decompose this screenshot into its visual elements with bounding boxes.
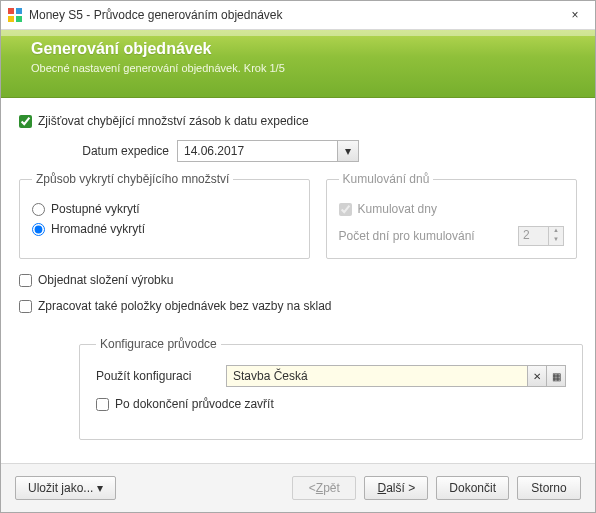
dialog-window: Money S5 - Průvodce generováním objednáv… [0, 0, 596, 513]
zpracovat-row: Zpracovat také položky objednávek bez va… [19, 299, 577, 313]
zpracovat-checkbox[interactable] [19, 300, 32, 313]
cover-method-group: Způsob vykrytí chybějícího množství Post… [19, 172, 310, 259]
back-prefix: < [309, 481, 316, 495]
cancel-button[interactable]: Storno [517, 476, 581, 500]
config-group: Konfigurace průvodce Použít konfiguraci … [79, 337, 583, 440]
expedition-date-dropdown[interactable]: ▾ [337, 141, 358, 161]
wizard-body: Zjišťovat chybějící množství zásob k dat… [1, 98, 595, 463]
cover-postupne-label: Postupné vykrytí [51, 202, 140, 216]
pocet-dni-label: Počet dní pro kumulování [339, 229, 475, 243]
expedition-date-label: Datum expedice [69, 144, 169, 158]
config-browse-button[interactable]: ▦ [546, 366, 565, 386]
close-icon: × [571, 8, 578, 22]
back-button: < Zpět [292, 476, 356, 500]
cancel-label: Storno [531, 481, 566, 495]
config-combo[interactable]: Stavba Česká ✕ ▦ [226, 365, 566, 387]
config-use-row: Použít konfiguraci Stavba Česká ✕ ▦ [96, 365, 566, 387]
spinner-up-icon: ▲ [549, 227, 563, 236]
svg-rect-1 [16, 8, 22, 14]
cover-postupne-radio[interactable] [32, 203, 45, 216]
next-hotkey: D [377, 481, 386, 495]
browse-icon: ▦ [552, 371, 561, 382]
wizard-footer: Uložit jako... ▾ < Zpět Další > Dokončit… [1, 463, 595, 512]
zpracovat-label: Zpracovat také položky objednávek bez va… [38, 299, 332, 313]
config-clear-button[interactable]: ✕ [527, 366, 546, 386]
kumulovat-checkbox [339, 203, 352, 216]
wizard-header: Generování objednávek Obecné nastavení g… [1, 30, 595, 98]
cover-hromadne-label: Hromadné vykrytí [51, 222, 145, 236]
spinner-down-icon: ▼ [549, 236, 563, 245]
kumulovani-legend: Kumulování dnů [339, 172, 434, 186]
close-after-checkbox[interactable] [96, 398, 109, 411]
expedition-date-row: Datum expedice 14.06.2017 ▾ [69, 140, 577, 162]
close-after-label: Po dokončení průvodce zavřít [115, 397, 274, 411]
expedition-date-field[interactable]: 14.06.2017 ▾ [177, 140, 359, 162]
chevron-down-icon: ▾ [345, 144, 351, 158]
back-hotkey: Z [316, 481, 323, 495]
next-rest: alší > [386, 481, 415, 495]
save-as-label: Uložit jako... [28, 481, 93, 495]
objednat-row: Objednat složení výrobku [19, 273, 577, 287]
expedition-date-value: 14.06.2017 [178, 141, 337, 161]
wizard-subtitle: Obecné nastavení generování objednávek. … [31, 62, 575, 74]
close-button[interactable]: × [555, 1, 595, 29]
objednat-label: Objednat složení výrobku [38, 273, 173, 287]
kumulovani-group: Kumulování dnů Kumulovat dny Počet dní p… [326, 172, 577, 259]
svg-rect-0 [8, 8, 14, 14]
chevron-down-icon: ▾ [97, 481, 103, 495]
svg-rect-3 [16, 16, 22, 22]
finish-label: Dokončit [449, 481, 496, 495]
titlebar: Money S5 - Průvodce generováním objednáv… [1, 1, 595, 30]
wizard-title: Generování objednávek [31, 40, 575, 58]
config-use-label: Použít konfiguraci [96, 369, 226, 383]
svg-rect-2 [8, 16, 14, 22]
clear-icon: ✕ [533, 371, 541, 382]
options-columns: Způsob vykrytí chybějícího množství Post… [19, 172, 577, 259]
pocet-dni-spinner: 2 ▲ ▼ [518, 226, 564, 246]
detect-missing-checkbox[interactable] [19, 115, 32, 128]
detect-missing-row: Zjišťovat chybějící množství zásob k dat… [19, 114, 577, 128]
config-combo-value: Stavba Česká [227, 366, 527, 386]
save-as-button[interactable]: Uložit jako... ▾ [15, 476, 116, 500]
cover-method-legend: Způsob vykrytí chybějícího množství [32, 172, 233, 186]
window-title: Money S5 - Průvodce generováním objednáv… [29, 8, 555, 22]
cover-hromadne-radio[interactable] [32, 223, 45, 236]
back-rest: pět [323, 481, 340, 495]
pocet-dni-value: 2 [519, 227, 548, 245]
objednat-checkbox[interactable] [19, 274, 32, 287]
detect-missing-label: Zjišťovat chybějící množství zásob k dat… [38, 114, 309, 128]
finish-button[interactable]: Dokončit [436, 476, 509, 500]
config-legend: Konfigurace průvodce [96, 337, 221, 351]
next-button[interactable]: Další > [364, 476, 428, 500]
kumulovat-label: Kumulovat dny [358, 202, 437, 216]
app-icon [7, 7, 23, 23]
